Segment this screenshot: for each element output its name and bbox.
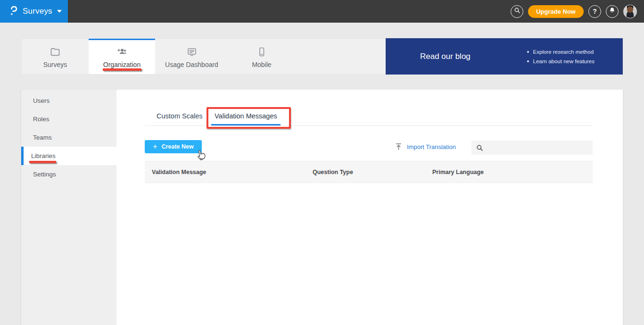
promo-bullet-item: Learn about new features [527, 58, 594, 64]
column-header-validation-message: Validation Message [152, 161, 206, 183]
help-button[interactable]: ? [588, 5, 601, 18]
page: Surveys Upgrade Now ? [0, 0, 644, 325]
add-users-icon [116, 46, 128, 58]
annotation-underline-libraries [29, 161, 56, 163]
nav-tab-usage-dashboard[interactable]: Usage Dashboard [155, 39, 228, 74]
search-input[interactable] [487, 141, 593, 155]
nav-tab-label: Mobile [252, 61, 271, 68]
nav-tab-label: Usage Dashboard [165, 61, 218, 68]
sidebar-item-label: Libraries [31, 152, 56, 159]
settings-sidebar: Users Roles Teams Libraries Settings [21, 90, 116, 325]
notifications-button[interactable] [606, 5, 619, 18]
topbar-actions: Upgrade Now ? [511, 0, 637, 23]
sidebar-item-roles[interactable]: Roles [21, 110, 116, 128]
search-icon [514, 7, 520, 16]
promo-bullet-list: Explore research method Learn about new … [527, 49, 594, 64]
sidebar-item-settings[interactable]: Settings [21, 165, 116, 183]
promo-bullet-text: Learn about new features [533, 58, 594, 64]
sidebar-item-label: Settings [33, 171, 56, 178]
sidebar-item-label: Teams [33, 134, 52, 141]
upgrade-now-button[interactable]: Upgrade Now [528, 5, 584, 18]
blog-promo-banner[interactable]: Read our blog Explore research method Le… [386, 38, 623, 75]
promo-title: Read our blog [420, 52, 471, 61]
sidebar-item-users[interactable]: Users [21, 92, 116, 110]
smartphone-icon [256, 46, 267, 58]
import-translation-label: Import Translation [407, 143, 456, 150]
plus-icon: + [153, 143, 157, 150]
import-translation-link[interactable]: Import Translation [395, 140, 456, 153]
global-search-button[interactable] [511, 5, 523, 18]
promo-bullet-text: Explore research method [533, 49, 594, 55]
bell-icon [609, 7, 615, 16]
nav-tab-surveys[interactable]: Surveys [22, 39, 89, 74]
column-header-question-type: Question Type [313, 161, 353, 183]
chevron-down-icon [57, 10, 62, 13]
main-card: Users Roles Teams Libraries Settings Cus… [21, 90, 623, 325]
sidebar-item-teams[interactable]: Teams [21, 128, 116, 147]
sidebar-item-label: Users [33, 97, 50, 104]
annotation-underline-organization [103, 68, 141, 71]
table-header-row: Validation Message Question Type Primary… [145, 161, 593, 183]
create-new-button[interactable]: + Create New [145, 140, 202, 153]
user-avatar[interactable] [623, 5, 637, 18]
product-label: Surveys [23, 7, 52, 16]
dashboard-screen-icon [186, 46, 198, 58]
nav-tab-mobile[interactable]: Mobile [228, 39, 295, 74]
questionpro-logo-icon [10, 5, 18, 18]
nav-tab-label: Surveys [43, 61, 67, 68]
create-new-label: Create New [162, 143, 194, 150]
annotation-box-validation-messages [206, 107, 291, 129]
libraries-panel: Custom Scales Validation Messages + Crea… [116, 90, 623, 325]
search-icon [476, 144, 483, 151]
promo-bullet-item: Explore research method [527, 49, 594, 55]
upload-arrow-icon [395, 143, 402, 150]
top-bar: Surveys Upgrade Now ? [0, 0, 644, 23]
hand-pointer-cursor [194, 148, 207, 162]
folder-icon [50, 46, 61, 58]
table-search-field[interactable] [471, 141, 593, 155]
bullet-dot-icon [527, 51, 529, 53]
question-mark-icon: ? [593, 8, 597, 15]
product-switcher[interactable]: Surveys [0, 0, 68, 23]
column-header-primary-language: Primary Language [432, 161, 484, 183]
tab-custom-scales[interactable]: Custom Scales [157, 108, 203, 125]
sidebar-item-label: Roles [33, 116, 50, 123]
nav-tab-label: Organization [103, 61, 140, 68]
bullet-dot-icon [527, 60, 529, 62]
